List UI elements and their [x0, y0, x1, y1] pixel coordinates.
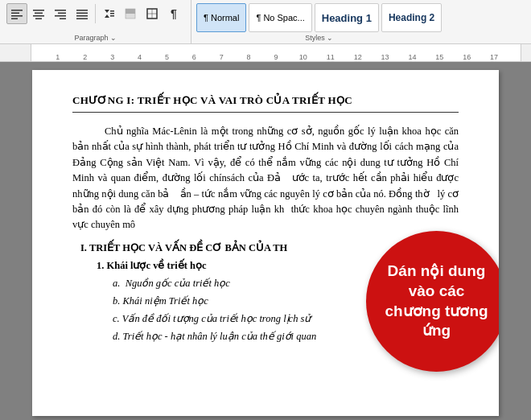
svg-rect-14 — [76, 15, 88, 17]
paragraph-expand-icon[interactable]: ⌄ — [110, 34, 117, 42]
svg-rect-18 — [110, 10, 114, 12]
align-right-button[interactable] — [50, 3, 71, 24]
style-heading1-button[interactable]: Heading 1 — [315, 3, 379, 32]
align-justify-button[interactable] — [72, 3, 93, 24]
style-no-spacing-button[interactable]: ¶ No Spac... — [249, 3, 311, 32]
svg-marker-17 — [105, 14, 109, 18]
style-heading2-button[interactable]: Heading 2 — [381, 3, 442, 32]
svg-rect-4 — [33, 10, 44, 11]
borders-button[interactable] — [142, 3, 163, 24]
svg-rect-1 — [11, 13, 19, 14]
paragraph-mark-button[interactable]: ¶ — [163, 3, 184, 24]
svg-rect-2 — [11, 15, 23, 17]
chapter-title: CHƯƠNG I: TRIẾT HỌC VÀ VAI TRÒ CỦA TRIẾT… — [72, 94, 459, 113]
svg-rect-19 — [110, 13, 114, 14]
styles-label: Styles — [305, 34, 325, 42]
style-normal-button[interactable]: ¶ Normal — [196, 3, 246, 32]
svg-rect-3 — [11, 19, 18, 20]
document-container: CHƯƠNG I: TRIẾT HỌC VÀ VAI TRÒ CỦA TRIẾT… — [0, 62, 531, 420]
svg-rect-10 — [55, 15, 66, 17]
tooltip-circle: Dán nội dung vào các chương tương ứng — [366, 231, 499, 372]
paragraph-buttons: ¶ — [6, 3, 184, 24]
align-center-button[interactable] — [28, 3, 49, 24]
svg-rect-22 — [126, 9, 135, 14]
svg-rect-13 — [76, 13, 88, 14]
svg-rect-7 — [35, 19, 42, 20]
paragraph-group: ¶ Paragraph ⌄ — [0, 0, 191, 43]
ruler: 1234567891011121314151617 — [0, 44, 531, 62]
line-spacing-button[interactable] — [98, 3, 119, 24]
ruler-numbers: 1234567891011121314151617 — [31, 44, 521, 61]
svg-rect-15 — [76, 19, 88, 20]
paragraph-label: Paragraph ⌄ — [6, 34, 184, 42]
svg-rect-6 — [33, 15, 44, 17]
shading-button[interactable] — [120, 3, 141, 24]
svg-rect-11 — [60, 19, 66, 20]
svg-marker-16 — [105, 10, 109, 13]
document-page: CHƯƠNG I: TRIẾT HỌC VÀ VAI TRÒ CỦA TRIẾT… — [32, 70, 499, 416]
svg-rect-12 — [76, 10, 88, 11]
svg-rect-9 — [58, 13, 66, 14]
svg-rect-8 — [55, 10, 66, 11]
toolbar: ¶ Paragraph ⌄ ¶ Normal ¶ No Spac... Head… — [0, 0, 531, 44]
styles-expand-icon[interactable]: ⌄ — [327, 34, 333, 42]
styles-buttons-row: ¶ Normal ¶ No Spac... Heading 1 Heading … — [196, 3, 442, 32]
svg-rect-20 — [110, 15, 114, 17]
main-paragraph: Chủ nghĩa Mác-Lênin là một trong những c… — [72, 124, 459, 233]
align-left-button[interactable] — [6, 3, 27, 24]
styles-group: ¶ Normal ¶ No Spac... Heading 1 Heading … — [191, 0, 447, 43]
svg-rect-0 — [11, 10, 23, 11]
svg-rect-5 — [35, 13, 43, 14]
